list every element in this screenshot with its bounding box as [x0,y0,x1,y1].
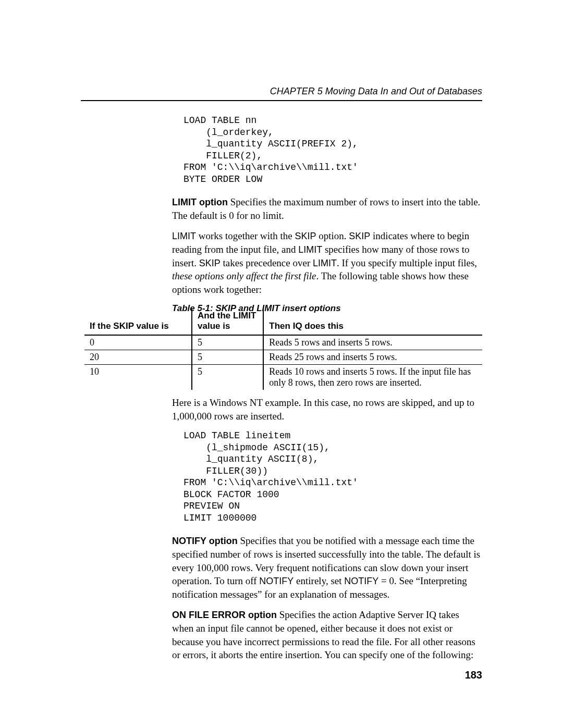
cell-skip: 20 [84,350,192,365]
table-container: If the SKIP value is And the LIMIT value… [84,309,482,390]
on-file-error-para: ON FILE ERROR option Specifies the actio… [172,608,482,662]
limit-option-label: LIMIT option [172,197,228,207]
table-row: 0 5 Reads 5 rows and inserts 5 rows. [84,335,482,350]
cell-limit: 5 [192,350,263,365]
notify-option-para: NOTIFY option Specifies that you be noti… [172,534,482,601]
run: NOTIFY [344,576,378,586]
cell-skip: 10 [84,365,192,390]
chapter-header: CHAPTER 5 Moving Data In and Out of Data… [270,86,482,97]
cell-result: Reads 10 rows and inserts 5 rows. If the… [263,365,482,390]
run: . If you specify multiple input files, [337,257,477,268]
run: LIMIT [172,231,196,241]
table-header-row: If the SKIP value is And the LIMIT value… [84,309,482,335]
notify-option-label: NOTIFY option [172,536,238,546]
example-intro-para: Here is a Windows NT example. In this ca… [172,396,482,423]
skip-limit-table: If the SKIP value is And the LIMIT value… [84,309,482,390]
limit-option-para: LIMIT option Specifies the maximum numbe… [172,195,482,222]
run: NOTIFY [259,576,293,586]
page: CHAPTER 5 Moving Data In and Out of Data… [0,0,563,728]
cell-result: Reads 5 rows and inserts 5 rows. [263,335,482,350]
run: SKIP [349,231,370,241]
th-limit: And the LIMIT value is [192,309,263,335]
th-result: Then IQ does this [263,309,482,335]
run: SKIP [295,231,316,241]
table-row: 10 5 Reads 10 rows and inserts 5 rows. I… [84,365,482,390]
run: option. [316,230,349,241]
page-number: 183 [465,669,482,681]
th-skip: If the SKIP value is [84,309,192,335]
cell-limit: 5 [192,335,263,350]
cell-result: Reads 25 rows and inserts 5 rows. [263,350,482,365]
code-block-2: LOAD TABLE lineitem (l_shipmode ASCII(15… [183,430,482,524]
table-row: 20 5 Reads 25 rows and inserts 5 rows. [84,350,482,365]
cell-skip: 0 [84,335,192,350]
th-limit-line2: value is [198,321,230,331]
run: LIMIT [298,244,322,255]
run: LIMIT [313,258,337,268]
run-italic: these options only affect the first file [172,270,316,281]
limit-skip-para: LIMIT works together with the SKIP optio… [172,229,482,296]
on-file-error-label: ON FILE ERROR option [172,610,277,620]
main-content: LOAD TABLE nn (l_orderkey, l_quantity AS… [172,115,482,316]
run: SKIP [199,258,221,268]
run: works together with the [196,230,295,241]
content-after-table: Here is a Windows NT example. In this ca… [172,396,482,669]
th-limit-line1: And the LIMIT [198,311,256,320]
cell-limit: 5 [192,365,263,390]
code-block-1: LOAD TABLE nn (l_orderkey, l_quantity AS… [183,115,482,185]
header-rule [81,100,482,101]
run: entirely, set [293,575,344,586]
run: takes precedence over [221,257,313,268]
